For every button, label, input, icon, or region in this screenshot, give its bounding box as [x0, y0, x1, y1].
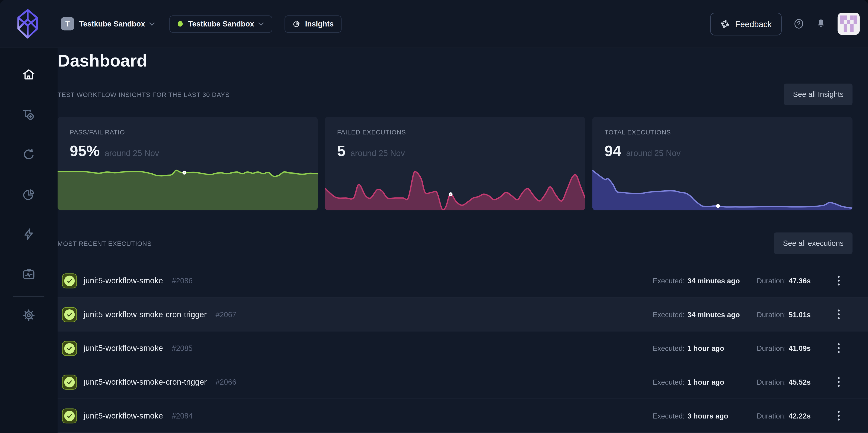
card-title: FAILED EXECUTIONS	[337, 129, 585, 135]
status-monitor-icon	[22, 267, 36, 281]
home-icon	[22, 67, 36, 82]
hover-marker	[716, 204, 720, 208]
help-icon[interactable]	[793, 18, 804, 29]
duration-value: 41.09s	[789, 344, 811, 352]
row-actions-kebab-icon[interactable]	[832, 276, 845, 285]
executed-label: Executed:	[653, 344, 685, 352]
org-selector[interactable]: T Testkube Sandbox	[61, 17, 155, 31]
notifications-bell-icon[interactable]	[816, 18, 826, 29]
failed-executions-sparkline	[325, 168, 585, 210]
gear-icon	[22, 308, 36, 322]
org-initial-badge: T	[61, 17, 74, 31]
executed-value: 3 hours ago	[687, 411, 728, 420]
insight-cards: PASS/FAIL RATIO 95% around 25 Nov FAILED…	[58, 117, 852, 210]
execution-id: #2086	[172, 276, 192, 285]
card-pass-fail-ratio[interactable]: PASS/FAIL RATIO 95% around 25 Nov	[58, 117, 318, 210]
chevron-down-icon	[149, 22, 155, 26]
chevron-down-icon	[258, 22, 264, 26]
row-actions-kebab-icon[interactable]	[832, 377, 845, 387]
workflow-name[interactable]: junit5-workflow-smoke-cron-trigger	[84, 310, 207, 318]
executed-value: 1 hour ago	[687, 378, 724, 386]
duration-label: Duration:	[757, 276, 786, 285]
see-all-insights-button[interactable]: See all Insights	[784, 84, 852, 105]
sidebar-item-triggers[interactable]	[22, 227, 36, 242]
workflow-name[interactable]: junit5-workflow-smoke-cron-trigger	[84, 377, 207, 386]
pie-chart-icon	[22, 187, 36, 202]
org-name: Testkube Sandbox	[79, 20, 145, 28]
insights-button-label: Insights	[305, 20, 334, 28]
workflow-name[interactable]: junit5-workflow-smoke	[84, 344, 163, 352]
executed-value: 34 minutes ago	[687, 276, 740, 285]
executed-label: Executed:	[653, 276, 685, 285]
executed-label: Executed:	[653, 310, 685, 318]
refresh-icon	[22, 147, 36, 162]
card-title: PASS/FAIL RATIO	[70, 129, 318, 135]
environment-selector[interactable]: Testkube Sandbox	[169, 15, 272, 32]
duration-value: 45.52s	[789, 378, 811, 386]
row-actions-kebab-icon[interactable]	[832, 309, 845, 319]
insights-nav-button[interactable]: Insights	[285, 15, 341, 32]
insights-caption: TEST WORKFLOW INSIGHTS FOR THE LAST 30 D…	[58, 91, 230, 98]
executed-value: 34 minutes ago	[687, 310, 740, 318]
app-window: T Testkube Sandbox Testkube Sandbox Insi…	[0, 0, 868, 433]
status-passed-icon	[62, 307, 77, 322]
status-passed-icon	[62, 374, 77, 390]
user-avatar[interactable]	[838, 13, 860, 35]
sidebar-item-insights[interactable]	[22, 187, 36, 202]
execution-id: #2084	[172, 411, 192, 420]
execution-row[interactable]: junit5-workflow-smoke-cron-trigger #2067…	[58, 298, 868, 332]
environment-status-dot	[178, 21, 183, 27]
page-title: Dashboard	[58, 50, 868, 72]
duration-value: 42.22s	[789, 411, 811, 420]
workflow-add-icon	[22, 107, 36, 122]
row-actions-kebab-icon[interactable]	[832, 343, 845, 353]
lightning-bolt-icon	[22, 227, 36, 242]
recent-executions-caption: MOST RECENT EXECUTIONS	[58, 240, 152, 247]
card-total-executions[interactable]: TOTAL EXECUTIONS 94 around 25 Nov	[592, 117, 852, 210]
duration-value: 47.36s	[789, 276, 811, 285]
execution-row[interactable]: junit5-workflow-smoke #2084 Executed:3 h…	[58, 399, 868, 433]
duration-value: 51.01s	[789, 310, 811, 318]
executed-label: Executed:	[653, 411, 685, 420]
execution-row[interactable]: junit5-workflow-smoke #2085 Executed:1 h…	[58, 332, 868, 365]
execution-row[interactable]: junit5-workflow-smoke #2086 Executed:34 …	[58, 264, 868, 298]
card-value: 94	[604, 143, 621, 160]
execution-id: #2066	[216, 378, 236, 386]
duration-label: Duration:	[757, 310, 786, 318]
execution-id: #2067	[216, 310, 236, 318]
hover-marker	[448, 192, 453, 196]
testkube-logo-icon[interactable]	[16, 8, 40, 40]
workflow-name[interactable]: junit5-workflow-smoke	[84, 411, 163, 420]
left-sidebar	[0, 48, 58, 433]
sidebar-item-executions[interactable]	[22, 147, 36, 162]
sidebar-item-settings[interactable]	[22, 308, 36, 322]
slack-icon	[720, 19, 730, 29]
feedback-button-label: Feedback	[735, 19, 772, 29]
executed-label: Executed:	[653, 378, 685, 386]
card-subtitle: around 25 Nov	[626, 148, 681, 158]
card-value: 5	[337, 143, 345, 160]
executions-list: junit5-workflow-smoke #2086 Executed:34 …	[58, 264, 868, 433]
execution-row[interactable]: junit5-workflow-smoke-cron-trigger #2066…	[58, 365, 868, 399]
hover-marker	[182, 171, 186, 175]
duration-label: Duration:	[757, 344, 786, 352]
status-passed-icon	[62, 341, 77, 355]
card-subtitle: around 25 Nov	[350, 148, 405, 158]
card-failed-executions[interactable]: FAILED EXECUTIONS 5 around 25 Nov	[325, 117, 585, 210]
feedback-button[interactable]: Feedback	[710, 12, 782, 35]
sidebar-item-home[interactable]	[22, 67, 36, 82]
pass-fail-sparkline	[58, 168, 318, 210]
environment-name: Testkube Sandbox	[188, 20, 254, 28]
sidebar-item-create-test-workflow[interactable]	[22, 107, 36, 122]
total-executions-sparkline	[592, 168, 852, 210]
status-passed-icon	[62, 408, 77, 423]
workflow-name[interactable]: junit5-workflow-smoke	[84, 276, 163, 285]
sidebar-divider	[13, 296, 44, 297]
sidebar-item-status-pages[interactable]	[22, 267, 36, 281]
header-right-group: Feedback	[710, 12, 860, 35]
insights-caption-row: TEST WORKFLOW INSIGHTS FOR THE LAST 30 D…	[58, 84, 852, 105]
row-actions-kebab-icon[interactable]	[832, 411, 845, 421]
see-all-executions-button[interactable]: See all executions	[774, 233, 852, 254]
main-content: Dashboard TEST WORKFLOW INSIGHTS FOR THE…	[58, 48, 868, 433]
top-header: T Testkube Sandbox Testkube Sandbox Insi…	[0, 0, 868, 48]
